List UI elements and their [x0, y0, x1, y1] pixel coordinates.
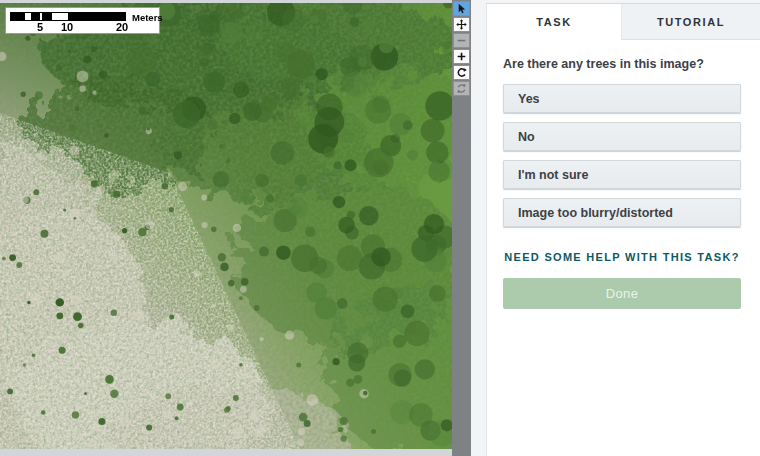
- tab-task[interactable]: TASK: [487, 4, 621, 40]
- aerial-photo-image: [0, 3, 452, 449]
- rotate-tool[interactable]: [453, 65, 470, 80]
- aerial-photo[interactable]: Meters 5 10 20: [0, 3, 452, 449]
- scale-tick-10: 10: [61, 21, 73, 33]
- zoom-in-icon: [456, 51, 467, 62]
- done-button[interactable]: Done: [503, 278, 741, 309]
- tab-bar: TASK TUTORIAL: [487, 4, 760, 40]
- task-content: Are there any trees in this image? YesNo…: [487, 40, 760, 309]
- scale-tick-20: 20: [116, 21, 128, 33]
- task-panel: TASK TUTORIAL Are there any trees in thi…: [471, 0, 760, 456]
- zoom-out-tool: [453, 33, 470, 48]
- map-toolbar: [452, 0, 471, 456]
- reset-icon: [456, 83, 467, 94]
- answer-list: YesNoI'm not sureImage too blurry/distor…: [503, 84, 760, 227]
- help-link[interactable]: NEED SOME HELP WITH THIS TASK?: [503, 251, 741, 263]
- zoom-out-icon: [456, 35, 467, 46]
- scale-bar-segments: [10, 12, 126, 21]
- pan-tool[interactable]: [453, 17, 470, 32]
- classification-app: Meters 5 10 20 TASK TUTORIAL Are there a…: [0, 0, 760, 456]
- reset-tool: [453, 81, 470, 96]
- pointer-icon: [456, 3, 467, 14]
- task-card: TASK TUTORIAL Are there any trees in thi…: [486, 3, 760, 456]
- map-frame: Meters 5 10 20: [0, 0, 452, 456]
- answer-button-2[interactable]: I'm not sure: [503, 160, 741, 189]
- pan-icon: [456, 19, 467, 30]
- rotate-icon: [456, 67, 467, 78]
- scale-bar: Meters 5 10 20: [5, 7, 160, 34]
- answer-button-3[interactable]: Image too blurry/distorted: [503, 198, 741, 227]
- answer-button-1[interactable]: No: [503, 122, 741, 151]
- scale-tick-5: 5: [37, 21, 43, 33]
- answer-button-0[interactable]: Yes: [503, 84, 741, 113]
- tab-tutorial[interactable]: TUTORIAL: [621, 4, 760, 40]
- zoom-in-tool[interactable]: [453, 49, 470, 64]
- task-question: Are there any trees in this image?: [503, 57, 760, 71]
- scale-unit-label: Meters: [132, 12, 163, 23]
- pointer-tool[interactable]: [453, 1, 470, 16]
